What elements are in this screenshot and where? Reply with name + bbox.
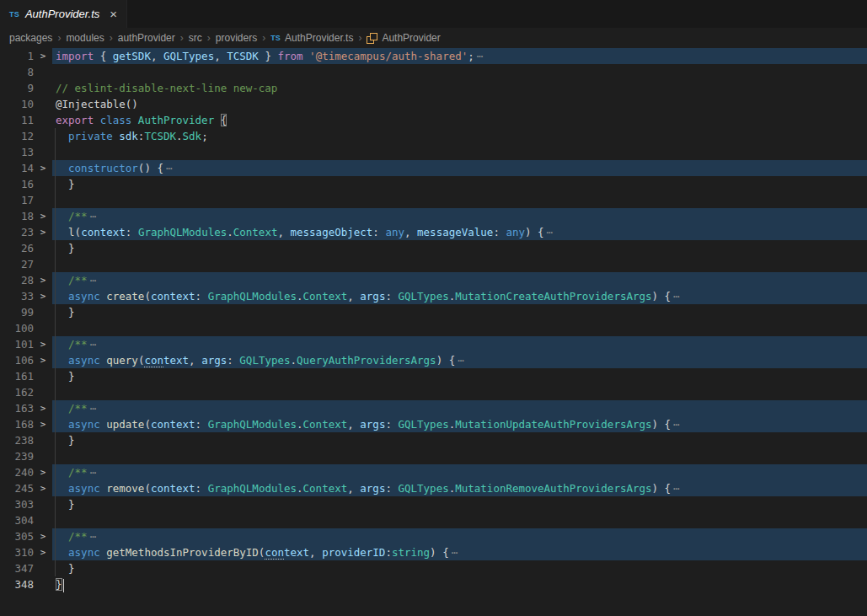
fold-ellipsis[interactable]: ⋯ (90, 338, 98, 351)
line-number[interactable]: 168 (0, 416, 34, 432)
line-number[interactable]: 9 (0, 80, 34, 96)
line-number[interactable]: 33 (0, 288, 34, 304)
code-line[interactable] (52, 144, 867, 160)
code-line[interactable]: } (52, 368, 867, 384)
fold-chevron-icon[interactable]: > (34, 480, 52, 496)
line-number[interactable]: 27 (0, 256, 34, 272)
line-number[interactable]: 305 (0, 528, 34, 544)
code-line[interactable]: } (52, 240, 867, 256)
code-line[interactable] (52, 256, 867, 272)
line-number[interactable]: 310 (0, 544, 34, 560)
line-number[interactable]: 26 (0, 240, 34, 256)
line-number[interactable]: 8 (0, 64, 34, 80)
line-number[interactable]: 162 (0, 384, 34, 400)
fold-ellipsis[interactable]: ⋯ (452, 546, 459, 559)
code-line[interactable]: @Injectable() (52, 96, 867, 112)
line-number[interactable]: 347 (0, 560, 34, 576)
fold-chevron-icon[interactable]: > (34, 464, 52, 480)
close-icon[interactable]: × (110, 8, 117, 20)
fold-ellipsis[interactable]: ⋯ (477, 50, 484, 62)
tab-authprovider[interactable]: TS AuthProvider.ts × (0, 0, 127, 28)
code-line[interactable]: /**⋯ (52, 400, 867, 416)
code-line[interactable]: import { getSDK, GQLTypes, TCSDK } from … (52, 48, 867, 64)
fold-chevron-icon[interactable]: > (34, 336, 52, 352)
line-number[interactable]: 106 (0, 352, 34, 368)
fold-ellipsis[interactable]: ⋯ (673, 290, 681, 303)
code-line[interactable] (52, 64, 867, 80)
line-number[interactable]: 239 (0, 448, 34, 464)
line-number[interactable]: 23 (0, 224, 34, 240)
line-number[interactable]: 11 (0, 112, 34, 128)
breadcrumb-item[interactable]: authProvider (118, 32, 175, 44)
fold-ellipsis[interactable]: ⋯ (673, 418, 681, 431)
code-line[interactable]: async query(context, args: GQLTypes.Quer… (52, 352, 867, 368)
line-number[interactable]: 13 (0, 144, 34, 160)
line-number[interactable]: 12 (0, 128, 34, 144)
fold-chevron-icon[interactable]: > (34, 352, 52, 368)
breadcrumb-item[interactable]: TSAuthProvider.ts (270, 32, 353, 44)
fold-chevron-icon[interactable]: > (34, 160, 52, 176)
code-line[interactable]: } (52, 496, 867, 512)
code-line[interactable]: } (52, 576, 867, 592)
code-line[interactable]: async remove(context: GraphQLModules.Con… (52, 480, 867, 496)
fold-ellipsis[interactable]: ⋯ (90, 402, 98, 415)
line-number[interactable]: 161 (0, 368, 34, 384)
fold-ellipsis[interactable]: ⋯ (458, 354, 465, 367)
code-line[interactable]: } (52, 432, 867, 448)
code-line[interactable]: /**⋯ (52, 336, 867, 352)
code-line[interactable]: } (52, 304, 867, 320)
code-line[interactable]: async update(context: GraphQLModules.Con… (52, 416, 867, 432)
code-line[interactable]: export class AuthProvider { (52, 112, 867, 128)
line-number[interactable]: 99 (0, 304, 34, 320)
code-line[interactable]: /**⋯ (52, 464, 867, 480)
fold-chevron-icon[interactable]: > (34, 544, 52, 560)
line-number[interactable]: 303 (0, 496, 34, 512)
code-line[interactable]: async create(context: GraphQLModules.Con… (52, 288, 867, 304)
line-number[interactable]: 304 (0, 512, 34, 528)
fold-ellipsis[interactable]: ⋯ (673, 482, 681, 495)
code-line[interactable] (52, 384, 867, 400)
fold-chevron-icon[interactable]: > (34, 416, 52, 432)
code-line[interactable]: } (52, 176, 867, 192)
fold-ellipsis[interactable]: ⋯ (90, 210, 98, 222)
code-line[interactable]: constructor() {⋯ (52, 160, 867, 176)
fold-chevron-icon[interactable]: > (34, 208, 52, 224)
line-number[interactable]: 14 (0, 160, 34, 176)
fold-ellipsis[interactable]: ⋯ (166, 162, 174, 174)
fold-chevron-icon[interactable]: > (34, 400, 52, 416)
fold-chevron-icon[interactable]: > (34, 288, 52, 304)
breadcrumb-item[interactable]: src (189, 32, 202, 44)
fold-ellipsis[interactable]: ⋯ (90, 274, 98, 287)
breadcrumb-item[interactable]: modules (66, 32, 104, 44)
line-number[interactable]: 18 (0, 208, 34, 224)
line-number[interactable]: 238 (0, 432, 34, 448)
fold-ellipsis[interactable]: ⋯ (90, 466, 98, 479)
code-line[interactable]: private sdk:TCSDK.Sdk; (52, 128, 867, 144)
code-line[interactable]: /**⋯ (52, 272, 867, 288)
fold-ellipsis[interactable]: ⋯ (547, 226, 554, 238)
line-number[interactable]: 100 (0, 320, 34, 336)
code-line[interactable]: } (52, 560, 867, 576)
line-number[interactable]: 101 (0, 336, 34, 352)
fold-ellipsis[interactable]: ⋯ (90, 530, 98, 543)
code-line[interactable]: /**⋯ (52, 208, 867, 224)
fold-chevron-icon[interactable]: > (34, 528, 52, 544)
breadcrumb-item[interactable]: providers (216, 32, 257, 44)
code-line[interactable] (52, 320, 867, 336)
line-number[interactable]: 240 (0, 464, 34, 480)
fold-chevron-icon[interactable]: > (34, 272, 52, 288)
code-line[interactable]: // eslint-disable-next-line new-cap (52, 80, 867, 96)
breadcrumb-item[interactable]: AuthProvider (367, 32, 440, 44)
line-number[interactable]: 10 (0, 96, 34, 112)
line-number[interactable]: 245 (0, 480, 34, 496)
code-line[interactable] (52, 448, 867, 464)
line-number[interactable]: 1 (0, 48, 34, 64)
code-line[interactable]: l(context: GraphQLModules.Context, messa… (52, 224, 867, 240)
line-number[interactable]: 163 (0, 400, 34, 416)
code-line[interactable] (52, 512, 867, 528)
code-line[interactable] (52, 192, 867, 208)
fold-chevron-icon[interactable]: > (34, 224, 52, 240)
code-line[interactable]: /**⋯ (52, 528, 867, 544)
code-line[interactable]: async getMethodsInProviderByID(context, … (52, 544, 867, 560)
line-number[interactable]: 348 (0, 576, 34, 592)
